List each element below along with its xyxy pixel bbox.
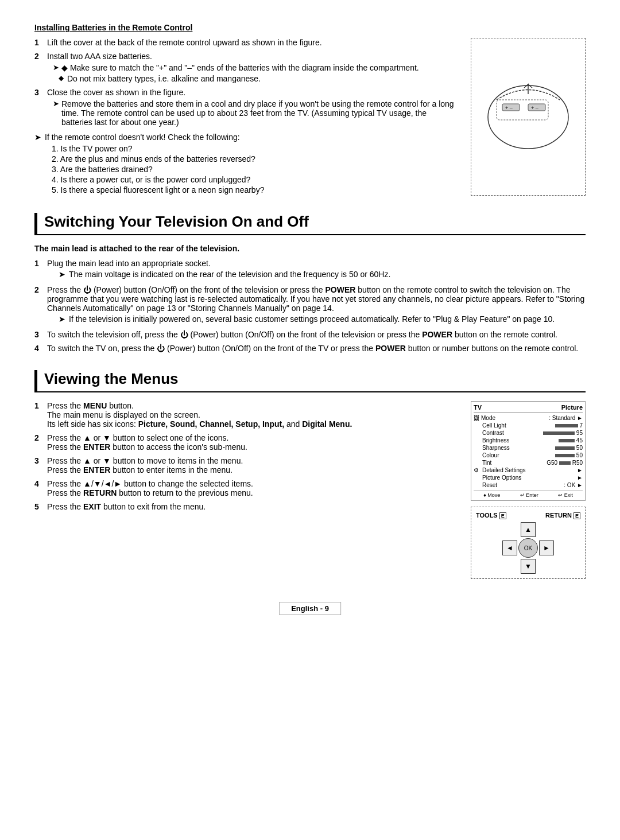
footer-exit: ↩ Exit — [558, 492, 573, 498]
step-content: To switch the TV on, press the ⏻ (Power)… — [47, 344, 586, 353]
viewing-steps: 1 Press the MENU button. The main menu i… — [34, 401, 459, 511]
row-icon — [474, 482, 480, 488]
switching-steps: 1 Plug the main lead into an appropriate… — [34, 259, 586, 353]
step-sub1: The main menu is displayed on the screen… — [47, 410, 200, 419]
step-content: Install two AAA size batteries. ➤ ◆ Make… — [47, 52, 459, 83]
trouble-item: 3. Are the batteries drained? — [52, 165, 459, 174]
dpad-center[interactable]: OK — [518, 538, 538, 558]
row-label: Sharpness — [482, 445, 555, 451]
view-step-5: 5 Press the EXIT button to exit from the… — [34, 502, 459, 511]
dpad-left[interactable]: ◄ — [502, 540, 517, 555]
menu-row-colour: Colour 50 — [474, 452, 583, 458]
remote-svg: + – + – — [474, 74, 583, 160]
step-text: Close the cover as shown in the figure. — [47, 88, 185, 97]
footer-move: ♦ Move — [483, 492, 500, 498]
menu-row-reset: Reset : OK ► — [474, 482, 583, 488]
step-text: Press the MENU button. — [47, 401, 134, 410]
arrow-sym: ➤ — [53, 63, 59, 72]
trouble-item: 1. Is the TV power on? — [52, 144, 459, 153]
step-num: 2 — [34, 433, 42, 452]
row-label: Contrast — [482, 430, 543, 436]
row-label: Colour — [482, 452, 555, 458]
step-content: Press the ▲ or ▼ button to move to items… — [47, 456, 459, 475]
tv-menu-footer: ♦ Move ↵ Enter ↩ Exit — [474, 491, 583, 498]
step-num: 3 — [34, 88, 42, 127]
row-icon — [474, 437, 480, 444]
svg-text:+  –: + – — [505, 105, 513, 111]
step-content: Close the cover as shown in the figure. … — [47, 88, 459, 127]
row-value: 45 — [559, 437, 583, 444]
step-content: Lift the cover at the back of the remote… — [47, 38, 459, 47]
step-content: Press the ▲ or ▼ button to select one of… — [47, 433, 459, 452]
tools-return-row: TOOLS E RETURN E — [476, 512, 580, 519]
menu-row-picture-opts: Picture Options ► — [474, 475, 583, 481]
step-content: Press the EXIT button to exit from the m… — [47, 502, 459, 511]
step-num: 2 — [34, 285, 42, 325]
step-text: To switch the TV on, press the ⏻ (Power)… — [47, 344, 578, 353]
arrow-sym: ➤ — [53, 99, 59, 127]
step-sub1: Press the ENTER button to enter items in… — [47, 465, 232, 475]
row-icon — [474, 475, 480, 481]
row-label: Brightness — [482, 437, 559, 444]
step-text: Press the EXIT button to exit from the m… — [47, 502, 206, 511]
tools-label: TOOLS E — [476, 512, 506, 519]
step-num: 4 — [34, 479, 42, 497]
page-footer: English - 9 — [279, 602, 341, 615]
viewing-section: Viewing the Menus 1 Press the MENU butto… — [34, 370, 586, 579]
arrow-text: ◆ Make sure to match the "+" and "–" end… — [61, 63, 419, 72]
step-2: 2 Install two AAA size batteries. ➤ ◆ Ma… — [34, 52, 459, 83]
tv-menu-box: TV Picture 🖼 Mode : Standard ► Cell Ligh… — [471, 401, 586, 501]
trouble-item: 5. Is there a special fluorescent light … — [52, 185, 459, 195]
step-1: 1 Lift the cover at the back of the remo… — [34, 38, 459, 47]
dpad-right[interactable]: ► — [539, 540, 554, 555]
step-sub2: Its left side has six icons: Picture, So… — [47, 419, 352, 429]
switching-section: Switching Your Television On and Off The… — [34, 213, 586, 353]
step-num: 3 — [34, 456, 42, 475]
row-icon — [474, 445, 480, 451]
menu-row-tint: Tint G50 R50 — [474, 460, 583, 466]
trouble-item: 4. Is there a power cut, or is the power… — [52, 175, 459, 184]
dpad-up[interactable]: ▲ — [521, 522, 536, 537]
view-step-1: 1 Press the MENU button. The main menu i… — [34, 401, 459, 429]
arrow-sym: ➤ — [59, 270, 65, 279]
bullet-sym: ◆ — [59, 74, 64, 83]
return-label: RETURN E — [545, 512, 580, 519]
step-text: Plug the main lead into an appropriate s… — [47, 259, 211, 268]
dpad-down[interactable]: ▼ — [521, 559, 536, 574]
step-text: Lift the cover at the back of the remote… — [47, 38, 322, 47]
step-text: Press the ▲ or ▼ button to select one of… — [47, 433, 228, 442]
menu-header-left: TV — [474, 404, 482, 411]
tools-icon-tag: E — [499, 512, 506, 519]
svg-point-0 — [488, 85, 568, 149]
batteries-section: Installing Batteries in the Remote Contr… — [34, 23, 586, 196]
step-sub1: Press the ENTER button to access the ico… — [47, 442, 247, 452]
step-text: To switch the television off, press the … — [47, 330, 557, 339]
switch-step-2: 2 Press the ⏻ (Power) button (On/Off) on… — [34, 285, 586, 325]
return-icon-tag: E — [574, 512, 580, 519]
switch-step-1: 1 Plug the main lead into an appropriate… — [34, 259, 586, 281]
svg-text:+  –: + – — [531, 105, 538, 111]
step-num: 5 — [34, 502, 42, 511]
arrow-item: ➤ The main voltage is indicated on the r… — [59, 270, 586, 279]
row-label: Mode — [481, 415, 549, 421]
step-text: Press the ▲ or ▼ button to move to items… — [47, 456, 243, 465]
row-icon — [474, 422, 480, 429]
view-step-3: 3 Press the ▲ or ▼ button to move to ite… — [34, 456, 459, 475]
step-content: Plug the main lead into an appropriate s… — [47, 259, 586, 281]
switching-intro: The main lead is attached to the rear of… — [34, 244, 586, 253]
menu-row-detailed: ⚙ Detailed Settings ► — [474, 467, 583, 473]
dpad: ▲ ◄ OK ► ▼ — [502, 522, 554, 574]
step-content: Press the ⏻ (Power) button (On/Off) on t… — [47, 285, 586, 325]
trouble-item: 2. Are the plus and minus ends of the ba… — [52, 154, 459, 164]
row-icon — [474, 460, 480, 466]
switch-step-4: 4 To switch the TV on, press the ⏻ (Powe… — [34, 344, 586, 353]
step-content: Press the MENU button. The main menu is … — [47, 401, 459, 429]
row-value: ► — [577, 467, 583, 473]
arrow-text: The main voltage is indicated on the rea… — [69, 270, 390, 279]
row-label: Tint — [482, 460, 547, 466]
arrow-text: Remove the batteries and store them in a… — [61, 99, 459, 127]
step-text: Install two AAA size batteries. — [47, 52, 152, 61]
row-icon: 🖼 — [474, 415, 479, 421]
troubleshoot-arrow: ➤ If the remote control doesn't work! Ch… — [34, 133, 459, 142]
switch-step-3: 3 To switch the television off, press th… — [34, 330, 586, 339]
